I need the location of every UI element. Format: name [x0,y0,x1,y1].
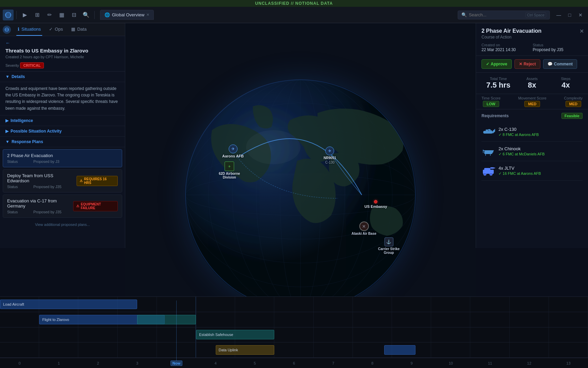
created-label: Created [5,55,19,59]
plan-2-title: Evacuation via C-17 from Germany [7,198,73,209]
minimize-button[interactable]: — [554,12,564,18]
app-icon[interactable] [3,10,14,20]
tick-1: 1 [39,361,78,365]
created-value: 2 hours ago by CPT Harrison, Michelle [20,55,84,59]
grid-icon-btn[interactable]: ⊞ [32,10,43,20]
svg-marker-22 [493,129,495,134]
requirements-section: Requirements Feasible [476,109,588,248]
bar-data-uplink[interactable]: Data Uplink [216,345,275,355]
details-section-header[interactable]: ▼ Details [0,72,125,82]
load-aircraft-label: Load Aircraft [3,302,24,306]
tick-0: 0 [0,361,39,365]
plan-2-proposed-by: Proposed by J35 [33,210,62,214]
bar-establish-safehouse[interactable]: Establish Safehouse [196,330,274,339]
svg-rect-32 [484,168,490,170]
edit-icon-btn[interactable]: ✏ [44,10,55,20]
response-plans-section-header[interactable]: ▼ Response Plans [0,137,125,147]
requirements-header: Requirements Feasible [481,113,583,119]
possible-activity-section-header[interactable]: ▶ Possible Situation Activity [0,126,125,137]
chevron-down-icon: ▼ [5,74,10,79]
status-value: Proposed by J35 [533,47,583,52]
now-badge: Now [170,361,182,366]
approve-button[interactable]: ✓ Approve [481,59,512,69]
maximize-button[interactable]: □ [565,12,574,18]
tab-ops[interactable]: ✓ Ops [48,23,64,36]
time-score-badge: LOW [483,101,499,107]
situation-header: ← Threats to US Embassy in Zlarovo Creat… [0,36,125,72]
plan-0-title: 2 Phase Air Evacuation [7,153,59,158]
search-icon-btn[interactable]: 🔍 [81,10,92,20]
marker-62d-airborne[interactable]: ✈ 62D AirborneDivision [219,162,240,179]
tick-10: 10 [431,361,470,365]
total-time-value: 7.5 hrs [481,81,515,90]
marker-us-embassy[interactable]: US Embassy [364,200,387,209]
response-plans-list: 2 Phase Air Evacuation Status Proposed b… [0,147,125,248]
reject-button[interactable]: ✕ Reject [514,59,540,69]
marker-nr9051[interactable]: ✈ NR9051 C-130 [324,147,336,164]
classification-banner: UNCLASSIFIED // NOTIONAL DATA [0,0,588,7]
tab-close-icon[interactable]: ✕ [146,13,149,17]
search-input[interactable] [469,12,523,17]
back-arrow-icon: ← [5,40,10,46]
bar-load-aircraft[interactable]: Load Aircraft [0,300,137,309]
status-label: Status [533,43,543,47]
plan-1-proposed-by: Proposed by J35 [33,185,62,189]
marker-ataski[interactable]: ✕ Ataski Air Base [352,221,376,235]
right-panel-title: 2 Phase Air Evacuation [481,28,583,34]
chinook-details: 2x Chinook ✓ 6 FMC at McDaniels AFB [499,146,545,156]
severity-badge: CRITICAL [20,62,44,68]
situation-title: Threats to US Embassy in Zlarovo [5,48,119,53]
comment-button[interactable]: 💬 Comment [543,59,577,69]
timeline-track-0: Load Aircraft [0,297,588,312]
tick-12: 12 [510,361,549,365]
tab-global-overview[interactable]: 🌐 Global Overview ✕ [100,10,154,20]
search-bar: 🔍 Ctrl Space [458,11,550,19]
timeline-track-2: Establish Safehouse [0,327,588,343]
marker-carrier-strike[interactable]: ⚓ Carrier StrikeGroup [378,237,399,255]
intelligence-section-header[interactable]: ▶ Intelligence [0,116,125,126]
plan-card-2[interactable]: Evacuation via C-17 from Germany Status … [3,195,122,218]
bar-extra[interactable] [384,345,415,355]
reject-x-icon: ✕ [519,62,522,66]
reject-label: Reject [524,62,536,66]
plan-1-badge: ⚠ REQUIRES 16 HRS [77,176,118,186]
movement-score-item: Movement Score MED [518,96,546,107]
tab-situations[interactable]: ℹ Situations [16,23,42,36]
table-icon-btn[interactable]: ▦ [56,10,67,20]
time-score-item: Time Score LOW [481,96,501,107]
close-button[interactable]: ✕ [576,12,585,18]
panel-globe-icon[interactable] [3,26,11,34]
plan-card-0[interactable]: 2 Phase Air Evacuation Status Proposed b… [3,149,122,167]
search-shortcut: Ctrl Space [525,12,546,18]
right-panel-close-button[interactable]: ✕ [579,28,584,34]
back-button[interactable]: ← [5,40,119,46]
us-embassy-label: US Embassy [364,204,387,209]
bar-flight-overlap[interactable] [137,315,196,324]
possible-activity-label: Possible Situation Activity [11,129,62,134]
carrier-label: Carrier StrikeGroup [378,247,399,255]
svg-point-24 [488,129,491,131]
details-section-label: Details [12,74,25,79]
chevron-right-icon-intel: ▶ [5,118,9,123]
play-icon-btn[interactable]: ▶ [19,10,30,20]
movement-score-label: Movement Score [518,96,546,100]
situations-tab-label: Situations [21,27,41,32]
tab-data[interactable]: ▦ Data [70,23,88,36]
view-more-link[interactable]: View additional proposed plans... [0,220,125,229]
aarons-afb-label: Aarons AFB [222,154,244,158]
plan-1-status-label: Status [7,185,18,189]
plan-0-proposed-by: Proposed by J3 [33,159,59,164]
tick-2: 2 [78,361,117,365]
plan-card-1[interactable]: Deploy Team from USS Edwardson Status Pr… [3,169,122,193]
layers-icon-btn[interactable]: ⊟ [68,10,79,20]
marker-aarons-afb[interactable]: ✈ Aarons AFB [222,144,244,158]
toolbar: ▶ ⊞ ✏ ▦ ⊟ 🔍 🌐 Global Overview ✕ 🔍 Ctrl S… [0,7,588,23]
severity-label: Severity [5,63,19,67]
plan-0-status-label: Status [7,159,18,164]
svg-point-34 [490,173,492,175]
timeline-track-3: Data Uplink [0,342,588,358]
plan-2-badge: ⚠ EQUIPMENT FAILURE [73,201,118,211]
divider-2 [94,11,95,19]
timeline-tracks: Load Aircraft Flight to Zlarovo Establis… [0,297,588,358]
timeline-ruler: 0 1 2 3 Now 4 5 6 7 8 9 10 11 12 13 [0,358,588,368]
